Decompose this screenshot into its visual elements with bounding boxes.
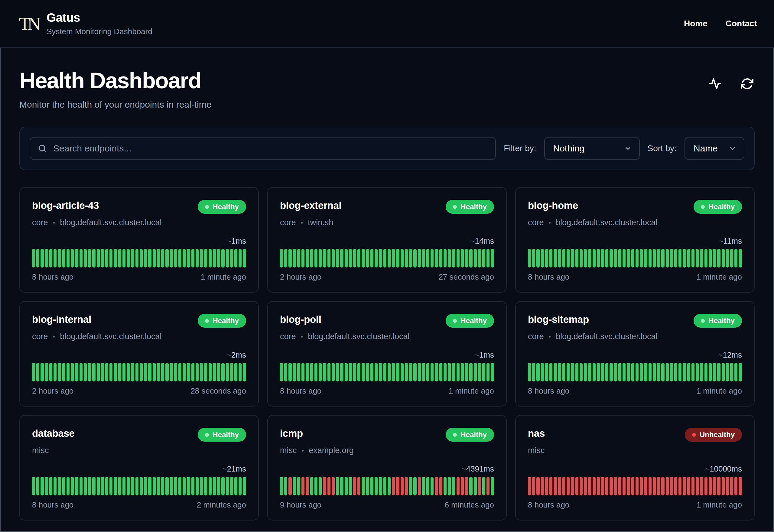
- status-bar[interactable]: [541, 477, 544, 495]
- status-bar[interactable]: [109, 363, 112, 381]
- status-bar[interactable]: [691, 477, 694, 495]
- status-bar[interactable]: [362, 363, 365, 381]
- status-bar[interactable]: [474, 249, 477, 268]
- status-bar[interactable]: [319, 477, 322, 495]
- status-bar[interactable]: [84, 477, 87, 495]
- status-bar[interactable]: [288, 363, 291, 381]
- status-bar[interactable]: [122, 249, 125, 268]
- status-bar[interactable]: [584, 363, 587, 381]
- status-bar[interactable]: [293, 249, 296, 268]
- status-bar[interactable]: [444, 249, 447, 268]
- status-bar[interactable]: [571, 363, 574, 381]
- status-bar[interactable]: [88, 477, 91, 495]
- status-bar[interactable]: [593, 477, 596, 495]
- status-bar[interactable]: [131, 477, 134, 495]
- status-bar[interactable]: [409, 249, 412, 268]
- status-bar[interactable]: [623, 249, 626, 268]
- status-bar[interactable]: [174, 249, 177, 268]
- status-bar[interactable]: [687, 249, 690, 268]
- endpoint-card[interactable]: blog-external Healthy core • twin.sh ~14…: [267, 187, 507, 293]
- status-bar[interactable]: [465, 363, 468, 381]
- status-bar[interactable]: [709, 249, 712, 268]
- status-bar[interactable]: [97, 249, 100, 268]
- status-bars[interactable]: [32, 477, 246, 495]
- status-bar[interactable]: [491, 249, 494, 268]
- status-bar[interactable]: [204, 249, 207, 268]
- status-bar[interactable]: [187, 477, 190, 495]
- status-bar[interactable]: [379, 363, 382, 381]
- status-bar[interactable]: [243, 363, 246, 381]
- status-bar[interactable]: [327, 363, 330, 381]
- status-bar[interactable]: [562, 363, 565, 381]
- status-bar[interactable]: [491, 363, 494, 381]
- status-bar[interactable]: [200, 363, 203, 381]
- status-bar[interactable]: [482, 363, 485, 381]
- status-bar[interactable]: [32, 249, 35, 268]
- status-bar[interactable]: [580, 249, 583, 268]
- status-bar[interactable]: [726, 477, 729, 495]
- status-bar[interactable]: [209, 249, 212, 268]
- status-bar[interactable]: [144, 363, 147, 381]
- status-bar[interactable]: [713, 249, 716, 268]
- endpoint-card[interactable]: nas Unhealthy misc • ~10000ms 8 hours ag…: [515, 415, 755, 521]
- endpoint-card[interactable]: database Healthy misc • ~21ms 8 hours ag…: [19, 415, 259, 521]
- status-bar[interactable]: [413, 249, 416, 268]
- status-bar[interactable]: [388, 363, 391, 381]
- status-bar[interactable]: [605, 249, 608, 268]
- status-bar[interactable]: [670, 363, 673, 381]
- status-bar[interactable]: [683, 477, 686, 495]
- status-bar[interactable]: [588, 249, 591, 268]
- status-bar[interactable]: [97, 363, 100, 381]
- status-bar[interactable]: [388, 477, 391, 495]
- status-bar[interactable]: [161, 477, 164, 495]
- status-bar[interactable]: [191, 249, 194, 268]
- status-bar[interactable]: [62, 477, 65, 495]
- status-bar[interactable]: [614, 363, 617, 381]
- status-bar[interactable]: [288, 249, 291, 268]
- status-bar[interactable]: [554, 249, 557, 268]
- status-bar[interactable]: [687, 363, 690, 381]
- status-bar[interactable]: [392, 477, 395, 495]
- status-bar[interactable]: [704, 249, 707, 268]
- status-bar[interactable]: [597, 249, 600, 268]
- status-bar[interactable]: [567, 249, 570, 268]
- status-bar[interactable]: [532, 477, 535, 495]
- status-bar[interactable]: [465, 249, 468, 268]
- status-bar[interactable]: [314, 477, 317, 495]
- status-bar[interactable]: [482, 477, 485, 495]
- status-bar[interactable]: [683, 363, 686, 381]
- status-bar[interactable]: [213, 249, 216, 268]
- activity-icon[interactable]: [709, 77, 721, 90]
- status-bar[interactable]: [452, 249, 455, 268]
- status-bar[interactable]: [567, 363, 570, 381]
- status-bar[interactable]: [226, 477, 229, 495]
- status-bar[interactable]: [97, 477, 100, 495]
- status-bar[interactable]: [221, 477, 224, 495]
- status-bar[interactable]: [131, 249, 134, 268]
- status-bar[interactable]: [435, 477, 438, 495]
- status-bar[interactable]: [226, 363, 229, 381]
- status-bar[interactable]: [448, 477, 451, 495]
- status-bar[interactable]: [75, 249, 78, 268]
- status-bar[interactable]: [657, 363, 660, 381]
- status-bar[interactable]: [336, 363, 339, 381]
- status-bar[interactable]: [213, 477, 216, 495]
- status-bar[interactable]: [683, 249, 686, 268]
- status-bar[interactable]: [204, 477, 207, 495]
- status-bar[interactable]: [340, 363, 343, 381]
- status-bar[interactable]: [554, 363, 557, 381]
- status-bar[interactable]: [71, 363, 74, 381]
- status-bar[interactable]: [288, 477, 291, 495]
- status-bar[interactable]: [36, 363, 39, 381]
- status-bar[interactable]: [301, 477, 304, 495]
- status-bar[interactable]: [49, 249, 52, 268]
- status-bar[interactable]: [491, 477, 494, 495]
- status-bar[interactable]: [178, 363, 181, 381]
- status-bar[interactable]: [418, 249, 421, 268]
- status-bar[interactable]: [280, 249, 283, 268]
- status-bar[interactable]: [666, 249, 669, 268]
- status-bar[interactable]: [536, 477, 539, 495]
- status-bar[interactable]: [704, 477, 707, 495]
- status-bar[interactable]: [734, 249, 737, 268]
- status-bar[interactable]: [618, 249, 621, 268]
